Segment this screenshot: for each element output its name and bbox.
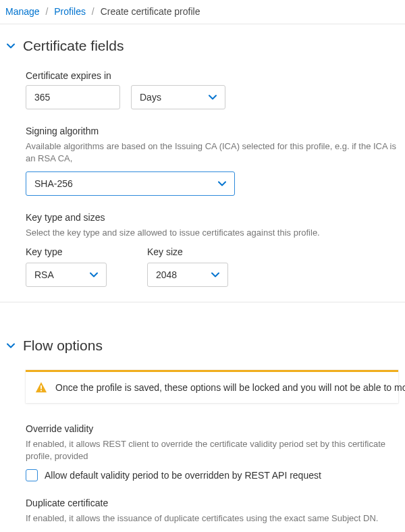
warning-locked-options: Once the profile is saved, these options… xyxy=(26,370,398,403)
warning-icon xyxy=(35,381,47,394)
help-signing-algorithm: Available algorithms are based on the Is… xyxy=(26,140,398,165)
svg-rect-1 xyxy=(40,390,42,391)
select-signing-algorithm[interactable]: SHA-256 xyxy=(26,171,235,196)
breadcrumb-manage[interactable]: Manage xyxy=(5,6,40,17)
chevron-down-icon xyxy=(211,271,219,279)
field-key-type-sizes: Key type and sizes Select the key type a… xyxy=(26,212,398,286)
label-signing-algorithm: Signing algorithm xyxy=(26,126,398,136)
select-value: SHA-256 xyxy=(34,178,213,189)
label-key-type-sizes: Key type and sizes xyxy=(26,212,398,223)
field-duplicate-certificate: Duplicate certificate If enabled, it all… xyxy=(26,498,398,532)
checkbox-override-validity[interactable] xyxy=(26,469,38,481)
select-value: Days xyxy=(140,92,203,103)
help-key-type-sizes: Select the key type and size allowed to … xyxy=(26,227,398,239)
section-flow-options: Flow options Once the profile is saved, … xyxy=(0,302,405,532)
label-override-validity: Override validity xyxy=(26,423,398,434)
select-key-size[interactable]: 2048 xyxy=(147,263,228,287)
chevron-down-icon xyxy=(90,271,98,279)
section-certificate-fields: Certificate fields Certificate expires i… xyxy=(0,24,405,302)
chevron-down-icon xyxy=(209,93,217,101)
col-key-type: Key type RSA xyxy=(26,246,107,287)
svg-rect-0 xyxy=(40,385,42,388)
breadcrumb-profiles[interactable]: Profiles xyxy=(54,6,86,17)
breadcrumb-current: Create certificate profile xyxy=(101,6,200,17)
label-cert-expires: Certificate expires in xyxy=(26,70,398,81)
label-key-size: Key size xyxy=(147,246,228,257)
field-cert-expires: Certificate expires in Days xyxy=(26,70,398,109)
label-duplicate-certificate: Duplicate certificate xyxy=(26,498,398,508)
select-cert-expires-unit[interactable]: Days xyxy=(131,85,225,109)
help-override-validity: If enabled, it allows REST client to ove… xyxy=(26,438,398,462)
select-key-type[interactable]: RSA xyxy=(26,263,107,287)
breadcrumb-separator: / xyxy=(45,6,48,17)
checkbox-override-validity-label: Allow default validity period to be over… xyxy=(45,470,321,481)
field-override-validity: Override validity If enabled, it allows … xyxy=(26,423,398,481)
section-title: Certificate fields xyxy=(23,38,124,54)
chevron-down-icon xyxy=(7,42,15,50)
chevron-down-icon xyxy=(7,342,15,350)
section-toggle-cert-fields[interactable]: Certificate fields xyxy=(7,38,398,54)
input-cert-expires-value[interactable] xyxy=(26,85,120,109)
field-signing-algorithm: Signing algorithm Available algorithms a… xyxy=(26,126,398,196)
warning-text: Once the profile is saved, these options… xyxy=(55,382,405,393)
select-value: RSA xyxy=(34,269,84,280)
section-toggle-flow-options[interactable]: Flow options xyxy=(7,338,398,354)
section-title: Flow options xyxy=(23,338,103,354)
breadcrumb: Manage / Profiles / Create certificate p… xyxy=(0,0,405,24)
breadcrumb-separator: / xyxy=(92,6,94,17)
col-key-size: Key size 2048 xyxy=(147,246,228,287)
chevron-down-icon xyxy=(218,180,226,188)
select-value: 2048 xyxy=(156,269,206,280)
label-key-type: Key type xyxy=(26,246,107,257)
help-duplicate-certificate: If enabled, it allows the issuance of du… xyxy=(26,512,398,525)
